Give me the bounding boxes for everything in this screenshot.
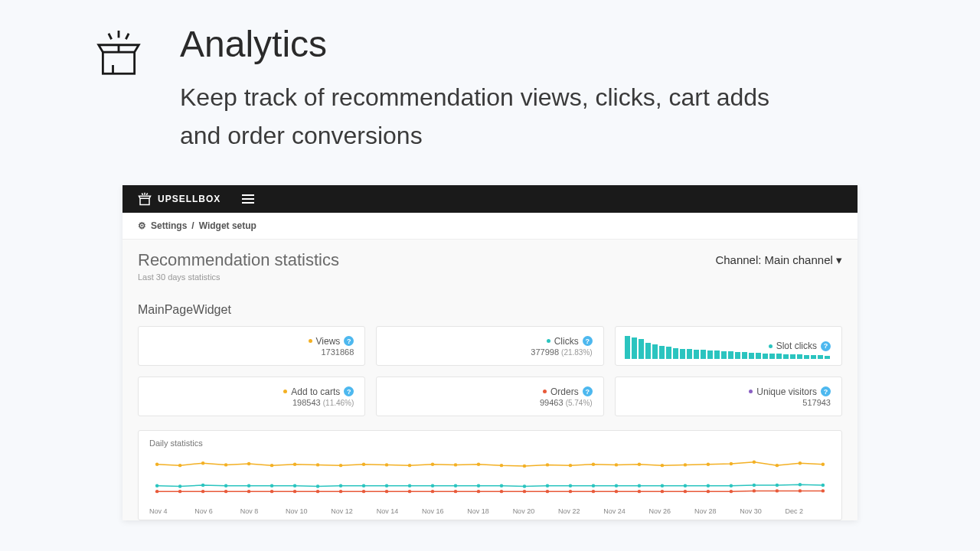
svg-point-23 xyxy=(454,463,457,466)
svg-point-13 xyxy=(224,463,227,466)
svg-point-60 xyxy=(615,484,618,487)
svg-point-75 xyxy=(270,490,273,493)
svg-line-7 xyxy=(142,194,143,195)
svg-point-11 xyxy=(178,464,181,467)
dot-icon xyxy=(309,339,312,343)
svg-point-93 xyxy=(684,490,687,493)
help-icon[interactable]: ? xyxy=(583,386,593,396)
svg-point-56 xyxy=(523,484,526,487)
svg-point-91 xyxy=(638,490,641,493)
svg-point-61 xyxy=(638,484,641,487)
svg-point-27 xyxy=(546,463,549,466)
svg-point-73 xyxy=(224,490,227,493)
dot-icon xyxy=(749,390,753,393)
svg-point-86 xyxy=(523,490,526,493)
svg-point-78 xyxy=(339,490,342,493)
daily-x-labels: Nov 4Nov 6Nov 8Nov 10Nov 12Nov 14Nov 16N… xyxy=(149,507,831,515)
svg-point-58 xyxy=(569,484,572,487)
svg-point-85 xyxy=(500,490,503,493)
svg-point-25 xyxy=(500,464,503,467)
widget-name: MainPageWidget xyxy=(138,303,842,317)
svg-point-17 xyxy=(316,463,319,466)
svg-point-99 xyxy=(822,489,825,492)
svg-point-57 xyxy=(546,484,549,487)
svg-point-64 xyxy=(707,484,710,487)
breadcrumb-settings[interactable]: Settings xyxy=(151,220,187,231)
svg-line-8 xyxy=(146,194,148,195)
svg-point-44 xyxy=(247,484,250,487)
card-clicks: Clicks ? 377998 (21.83%) xyxy=(376,326,603,366)
svg-point-20 xyxy=(385,463,388,466)
svg-point-53 xyxy=(454,484,457,487)
dot-icon xyxy=(547,339,550,343)
breadcrumb-current[interactable]: Widget setup xyxy=(199,220,256,231)
svg-point-84 xyxy=(477,490,480,493)
svg-point-67 xyxy=(776,484,779,487)
svg-point-83 xyxy=(454,490,457,493)
help-icon[interactable]: ? xyxy=(583,336,593,346)
svg-point-12 xyxy=(201,461,204,465)
svg-point-81 xyxy=(408,490,411,493)
svg-point-96 xyxy=(753,489,756,492)
page-subtitle: Last 30 days statistics xyxy=(138,272,339,282)
svg-point-59 xyxy=(592,484,595,487)
svg-point-98 xyxy=(799,489,802,492)
svg-rect-3 xyxy=(103,52,134,73)
svg-point-95 xyxy=(730,490,733,493)
svg-point-65 xyxy=(730,484,733,487)
brand[interactable]: UPSELLBOX xyxy=(138,192,220,206)
daily-statistics: Daily statistics Nov 4Nov 6Nov 8Nov 10No… xyxy=(138,430,842,520)
svg-point-63 xyxy=(684,484,687,487)
svg-point-90 xyxy=(615,490,618,493)
svg-point-66 xyxy=(753,484,756,487)
svg-point-69 xyxy=(822,484,825,487)
hero-title: Analytics xyxy=(180,23,792,65)
svg-point-49 xyxy=(362,484,365,487)
menu-icon[interactable] xyxy=(242,194,254,204)
svg-line-2 xyxy=(126,34,129,40)
svg-point-36 xyxy=(753,461,756,464)
svg-point-40 xyxy=(155,484,158,487)
svg-point-89 xyxy=(592,490,595,493)
svg-point-43 xyxy=(224,484,227,487)
svg-point-72 xyxy=(201,490,204,493)
dot-icon xyxy=(283,390,287,393)
svg-point-21 xyxy=(408,464,411,467)
svg-point-10 xyxy=(155,463,158,466)
svg-point-47 xyxy=(316,484,319,487)
channel-selector[interactable]: Channel: Main channel ▾ xyxy=(715,253,842,267)
svg-point-26 xyxy=(523,465,526,468)
help-icon[interactable]: ? xyxy=(344,386,354,396)
svg-point-35 xyxy=(730,462,733,465)
daily-line-chart xyxy=(149,452,831,506)
svg-point-79 xyxy=(362,490,365,493)
svg-point-22 xyxy=(431,463,434,466)
svg-rect-9 xyxy=(140,198,149,204)
help-icon[interactable]: ? xyxy=(821,386,831,396)
svg-point-14 xyxy=(247,462,250,465)
svg-point-39 xyxy=(822,463,825,466)
slot-sparkline xyxy=(625,336,830,359)
svg-point-77 xyxy=(316,490,319,493)
svg-point-46 xyxy=(293,484,296,487)
page-title: Recommendation statistics xyxy=(138,250,339,270)
brand-label: UPSELLBOX xyxy=(158,194,220,204)
svg-point-48 xyxy=(339,484,342,487)
card-unique-visitors: Unique visitors ? 517943 xyxy=(615,377,842,416)
svg-point-31 xyxy=(638,463,641,466)
svg-point-18 xyxy=(339,464,342,467)
help-icon[interactable]: ? xyxy=(344,336,354,346)
svg-point-55 xyxy=(500,484,503,487)
svg-point-54 xyxy=(477,484,480,487)
svg-point-37 xyxy=(776,464,779,467)
svg-point-71 xyxy=(178,490,181,493)
svg-point-87 xyxy=(546,490,549,493)
svg-point-94 xyxy=(707,490,710,493)
app-window: UPSELLBOX ⚙ Settings / Widget setup Reco… xyxy=(122,185,858,520)
svg-point-30 xyxy=(615,463,618,466)
svg-point-24 xyxy=(477,463,480,466)
svg-point-19 xyxy=(362,463,365,466)
svg-point-28 xyxy=(569,464,572,467)
card-orders: Orders ? 99463 (5.74%) xyxy=(376,377,603,416)
svg-point-41 xyxy=(178,484,181,487)
